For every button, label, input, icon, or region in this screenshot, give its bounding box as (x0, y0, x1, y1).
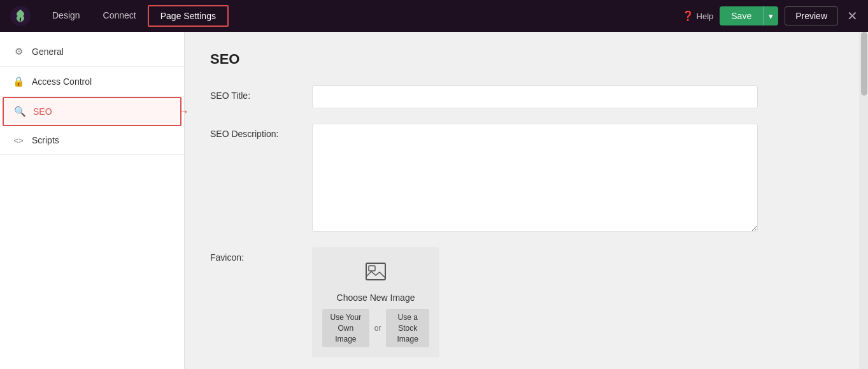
use-stock-image-button[interactable]: Use a Stock Image (386, 309, 429, 347)
nav-design[interactable]: Design (41, 0, 92, 32)
seo-description-input[interactable] (312, 124, 758, 232)
topbar-actions: ❓ Help Save ▾ Preview ✕ (682, 6, 858, 25)
or-text: or (374, 324, 381, 333)
favicon-actions: Use Your Own Image or Use a Stock Image (322, 309, 429, 347)
save-dropdown-button[interactable]: ▾ (763, 6, 778, 25)
arrow-right-icon: → (178, 105, 189, 119)
app-logo (10, 6, 31, 26)
sidebar-item-access-control[interactable]: 🔒 Access Control (0, 67, 184, 97)
code-icon: <> (13, 136, 24, 145)
seo-title-row: SEO Title: (210, 85, 758, 108)
main-layout: ⚙ General 🔒 Access Control 🔍 SEO → <> Sc… (0, 32, 868, 369)
seo-description-label: SEO Description: (210, 124, 312, 139)
chevron-down-icon: ▾ (769, 11, 773, 21)
help-icon: ❓ (682, 10, 694, 22)
search-icon: 🔍 (14, 106, 25, 117)
topbar-nav: Design Connect Page Settings (41, 0, 677, 32)
nav-connect[interactable]: Connect (92, 0, 148, 32)
seo-title-input[interactable] (312, 85, 758, 108)
preview-button[interactable]: Preview (785, 6, 838, 25)
topbar: Design Connect Page Settings ❓ Help Save… (0, 0, 868, 32)
seo-title-label: SEO Title: (210, 85, 312, 101)
favicon-upload-area[interactable]: Choose New Image Use Your Own Image or U… (312, 247, 439, 358)
favicon-label: Favicon: (210, 247, 312, 263)
favicon-row: Favicon: Choose New Image Use Your Own I… (210, 247, 758, 358)
sidebar-item-seo[interactable]: 🔍 SEO → (3, 97, 181, 126)
svg-rect-2 (369, 266, 375, 271)
scrollbar-thumb[interactable] (861, 32, 867, 96)
scrollbar-track[interactable] (859, 32, 868, 369)
seo-description-row: SEO Description: (210, 124, 758, 232)
use-own-image-button[interactable]: Use Your Own Image (322, 309, 369, 347)
sidebar-item-label: Access Control (32, 76, 92, 87)
gear-icon: ⚙ (13, 46, 24, 57)
help-label: Help (697, 11, 714, 21)
lock-icon: 🔒 (13, 76, 24, 87)
content-area: SEO SEO Title: SEO Description: Favicon: (185, 32, 868, 369)
image-icon (364, 260, 387, 286)
page-title: SEO (210, 51, 843, 68)
sidebar-item-general[interactable]: ⚙ General (0, 37, 184, 67)
save-button[interactable]: Save (720, 6, 763, 25)
help-button[interactable]: ❓ Help (682, 10, 714, 22)
nav-page-settings[interactable]: Page Settings (148, 5, 229, 27)
sidebar-item-scripts[interactable]: <> Scripts (0, 126, 184, 155)
sidebar-item-label: SEO (33, 106, 52, 117)
sidebar-item-label: General (32, 47, 64, 57)
sidebar: ⚙ General 🔒 Access Control 🔍 SEO → <> Sc… (0, 32, 185, 369)
sidebar-item-label: Scripts (32, 135, 59, 145)
close-button[interactable]: ✕ (847, 8, 858, 24)
choose-new-image-label: Choose New Image (337, 293, 415, 303)
